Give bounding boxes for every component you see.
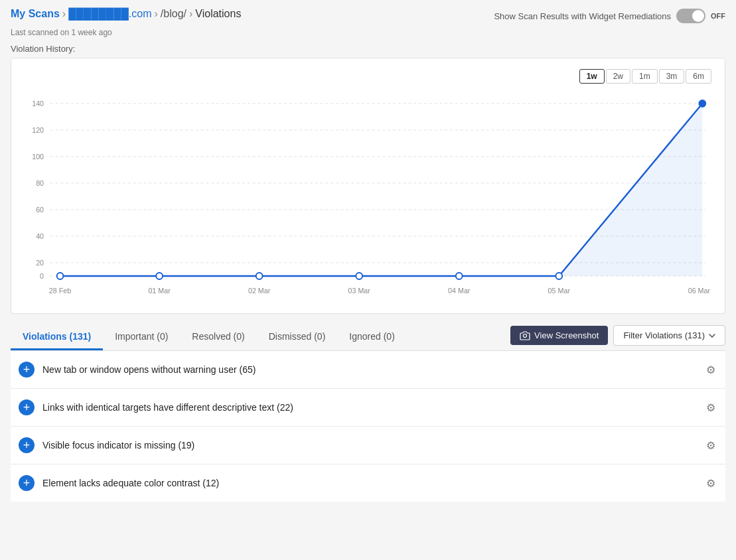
violation-4-text: Element lacks adequate color contrast (1… xyxy=(42,478,219,488)
view-screenshot-button[interactable]: View Screenshot xyxy=(510,326,608,345)
toggle-state-label: OFF xyxy=(711,12,725,20)
violation-row: + Links with identical targets have diff… xyxy=(11,389,725,427)
svg-text:05 Mar: 05 Mar xyxy=(548,287,571,295)
gear-icon-3[interactable]: ⚙ xyxy=(704,439,717,452)
breadcrumb-my-scans[interactable]: My Scans xyxy=(11,8,60,20)
tabs-actions: View Screenshot Filter Violations (131) xyxy=(510,325,725,350)
tab-ignored[interactable]: Ignored (0) xyxy=(337,324,406,350)
filter-violations-button[interactable]: Filter Violations (131) xyxy=(613,325,725,346)
svg-point-20 xyxy=(356,273,362,279)
camera-icon xyxy=(520,331,530,340)
violation-3-text: Visible focus indicator is missing (19) xyxy=(42,440,194,451)
toggle-knob xyxy=(692,10,704,22)
chevron-down-icon xyxy=(709,334,715,338)
breadcrumb-sep1: › xyxy=(62,8,66,20)
svg-text:28 Feb: 28 Feb xyxy=(49,287,71,295)
expand-violation-3-button[interactable]: + xyxy=(19,437,35,453)
violation-left: + Visible focus indicator is missing (19… xyxy=(19,437,194,453)
chart-btn-6m[interactable]: 6m xyxy=(686,69,711,84)
expand-violation-2-button[interactable]: + xyxy=(19,399,35,415)
svg-text:60: 60 xyxy=(36,206,44,214)
violations-list: + New tab or window opens without warnin… xyxy=(11,351,725,502)
svg-point-18 xyxy=(156,273,163,279)
tabs-list: Violations (131) Important (0) Resolved … xyxy=(11,324,407,350)
svg-point-17 xyxy=(57,273,64,279)
violation-history-label: Violation History: xyxy=(11,44,725,54)
svg-text:04 Mar: 04 Mar xyxy=(448,287,471,295)
svg-marker-16 xyxy=(60,104,703,276)
svg-text:01 Mar: 01 Mar xyxy=(148,287,171,295)
chart-btn-1w[interactable]: 1w xyxy=(579,69,605,84)
gear-icon-1[interactable]: ⚙ xyxy=(704,363,717,376)
tabs-row: Violations (131) Important (0) Resolved … xyxy=(11,324,725,351)
violation-1-text: New tab or window opens without warning … xyxy=(42,364,256,375)
chart-area: 140 120 100 80 60 40 20 0 xyxy=(18,90,711,303)
svg-point-19 xyxy=(256,273,263,279)
svg-text:03 Mar: 03 Mar xyxy=(348,287,370,295)
chart-btn-3m[interactable]: 3m xyxy=(659,69,685,84)
tab-dismissed[interactable]: Dismissed (0) xyxy=(257,324,338,350)
breadcrumb-path: /blog/ xyxy=(161,8,186,20)
expand-violation-4-button[interactable]: + xyxy=(19,475,35,491)
violation-row: + Element lacks adequate color contrast … xyxy=(11,464,725,502)
svg-text:0: 0 xyxy=(40,272,44,280)
breadcrumb-sep2: › xyxy=(155,8,158,20)
violation-left: + New tab or window opens without warnin… xyxy=(19,362,256,378)
chart-container: 1w 2w 1m 3m 6m 140 120 xyxy=(11,58,725,314)
violation-2-text: Links with identical targets have differ… xyxy=(42,402,293,413)
tab-violations[interactable]: Violations (131) xyxy=(11,324,103,350)
breadcrumb-sep3: › xyxy=(189,8,192,20)
gear-icon-2[interactable]: ⚙ xyxy=(704,401,717,414)
chart-btn-2w[interactable]: 2w xyxy=(606,69,630,84)
violation-left: + Links with identical targets have diff… xyxy=(19,399,293,415)
expand-violation-1-button[interactable]: + xyxy=(19,362,35,378)
widget-remediation-toggle[interactable] xyxy=(676,9,705,23)
toggle-label: Show Scan Results with Widget Remediatio… xyxy=(494,11,671,21)
tab-resolved[interactable]: Resolved (0) xyxy=(180,324,256,350)
breadcrumb-domain[interactable]: ████████.com xyxy=(68,8,151,20)
gear-icon-4[interactable]: ⚙ xyxy=(704,476,717,490)
svg-text:02 Mar: 02 Mar xyxy=(248,287,271,295)
svg-text:20: 20 xyxy=(36,259,44,267)
chart-controls: 1w 2w 1m 3m 6m xyxy=(18,69,711,84)
svg-point-31 xyxy=(524,334,527,337)
svg-point-21 xyxy=(456,273,463,279)
violation-row: + New tab or window opens without warnin… xyxy=(11,351,725,389)
tab-important[interactable]: Important (0) xyxy=(103,324,180,350)
violation-row: + Visible focus indicator is missing (19… xyxy=(11,427,725,464)
svg-text:140: 140 xyxy=(32,100,44,107)
violation-left: + Element lacks adequate color contrast … xyxy=(19,475,219,491)
last-scanned-label: Last scanned on 1 week ago xyxy=(11,28,725,37)
svg-text:100: 100 xyxy=(32,153,44,161)
chart-btn-1m[interactable]: 1m xyxy=(632,69,658,84)
svg-text:80: 80 xyxy=(36,179,44,187)
svg-point-22 xyxy=(555,273,562,279)
chart-svg: 140 120 100 80 60 40 20 0 xyxy=(18,90,711,303)
breadcrumb-current: Violations xyxy=(195,8,241,20)
svg-text:06 Mar: 06 Mar xyxy=(688,287,711,295)
svg-text:40: 40 xyxy=(36,232,44,240)
svg-point-23 xyxy=(699,100,705,107)
svg-text:120: 120 xyxy=(32,126,44,134)
breadcrumb: My Scans › ████████.com › /blog/ › Viola… xyxy=(11,8,241,20)
scan-toggle-area: Show Scan Results with Widget Remediatio… xyxy=(494,9,725,23)
